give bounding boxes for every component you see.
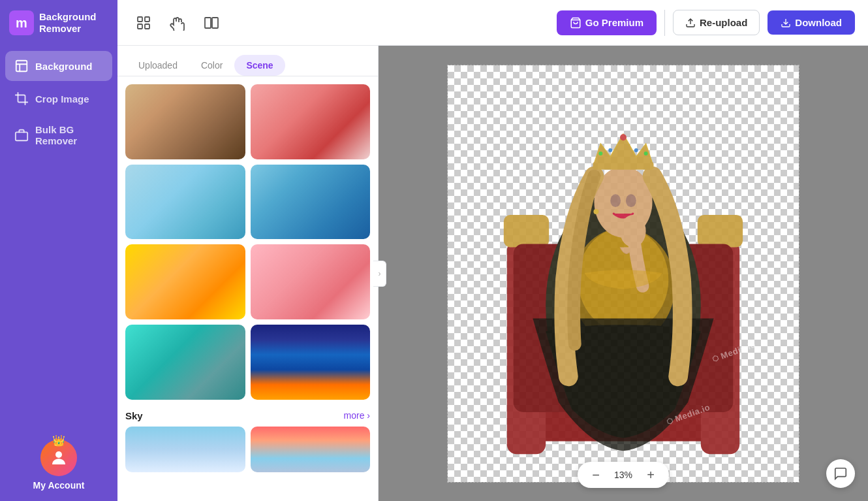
bulk-icon [14,128,29,142]
tab-scene[interactable]: Scene [234,55,285,76]
sidebar-item-background-label: Background [35,61,93,72]
scene-thumb-city-night[interactable] [251,325,371,400]
sidebar-item-bulk[interactable]: Bulk BGRemover [5,116,112,154]
canvas-area[interactable]: ⬡ Media.io ⬡ Media.io − 13% + [379,46,868,501]
crop-icon [14,91,29,106]
svg-rect-8 [212,18,218,28]
scene-thumb-blue-circle[interactable] [251,165,371,240]
go-premium-button[interactable]: Go Premium [557,10,657,35]
sidebar: m Background Remover Background Crop Ima… [0,0,117,501]
premium-cart-icon [570,17,581,29]
comment-icon [833,466,848,481]
subject-image [448,65,799,482]
tab-color[interactable]: Color [189,55,234,76]
sky-thumb-2[interactable] [251,427,371,472]
toolbar: Go Premium Re-upload Download [117,0,868,46]
image-container: ⬡ Media.io ⬡ Media.io [447,65,799,483]
reupload-icon [685,18,696,28]
scene-thumb-tropical[interactable] [125,165,245,240]
tabs: Uploaded Color Scene [117,46,378,76]
zoom-in-button[interactable]: + [642,466,660,484]
sidebar-item-bulk-label: Bulk BGRemover [35,124,77,146]
sidebar-item-crop-label: Crop Image [35,93,89,105]
compare-tool[interactable] [198,10,225,36]
download-button[interactable]: Download [767,10,855,35]
select-tool[interactable] [131,10,157,36]
logo-area[interactable]: m Background Remover [0,0,117,46]
avatar-crown: 👑 [52,434,65,447]
zoom-controls: − 13% + [578,462,669,488]
hand-icon [170,15,185,31]
svg-point-28 [610,195,621,208]
svg-rect-27 [593,162,653,170]
svg-point-24 [634,148,638,152]
toolbar-divider [664,10,665,36]
scene-thumb-pink-steps[interactable] [251,244,371,319]
avatar-wrapper: 👑 [40,440,77,476]
scene-thumb-teal-arch[interactable] [125,325,245,400]
svg-point-31 [593,209,598,214]
download-icon [781,18,791,28]
scene-thumb-yellow-fruit[interactable] [125,244,245,319]
svg-point-2 [55,451,62,458]
my-account[interactable]: 👑 My Account [0,429,117,501]
svg-rect-15 [504,215,549,247]
sidebar-item-crop[interactable]: Crop Image [5,84,112,114]
main: Go Premium Re-upload Download Uploaded [117,0,868,501]
scene-thumb-bookshelf[interactable] [125,84,245,159]
svg-rect-1 [16,132,27,140]
svg-rect-6 [145,24,149,29]
svg-point-22 [620,135,627,141]
svg-point-23 [608,148,612,152]
left-panel: Uploaded Color Scene [117,46,379,501]
background-icon [14,59,29,73]
select-icon [136,15,151,31]
sidebar-item-background[interactable]: Background [5,51,112,81]
scene-grid [117,76,378,408]
sky-row [117,427,378,480]
compare-icon [204,15,219,31]
hand-tool[interactable] [164,10,191,36]
svg-point-25 [598,152,602,155]
content: Uploaded Color Scene [117,46,868,501]
svg-rect-3 [138,17,142,22]
left-panel-wrapper: Uploaded Color Scene [117,46,379,501]
avatar-icon [49,448,69,468]
sky-more-button[interactable]: more › [344,410,370,421]
sidebar-nav: Background Crop Image Bulk BGRemover [0,46,117,429]
zoom-out-button[interactable]: − [587,466,605,484]
tab-uploaded[interactable]: Uploaded [127,55,189,76]
reupload-button[interactable]: Re-upload [673,10,760,35]
zoom-level: 13% [612,470,635,480]
svg-rect-7 [205,18,211,28]
logo-icon: m [9,10,34,35]
scene-thumb-pink-arch[interactable] [251,84,371,159]
my-account-label: My Account [33,480,85,491]
comment-button[interactable] [826,459,855,488]
logo-text: Background Remover [39,11,97,35]
svg-rect-0 [16,61,27,72]
svg-rect-4 [145,17,149,22]
queen-figure [494,86,752,461]
svg-rect-5 [138,24,142,29]
collapse-panel-button[interactable]: › [373,261,386,287]
svg-point-26 [644,152,648,155]
svg-point-29 [626,195,636,208]
sky-section-label: Sky [125,410,143,421]
sky-thumb-1[interactable] [125,427,245,472]
svg-rect-16 [698,215,743,247]
sky-section: Sky more › [117,408,378,427]
